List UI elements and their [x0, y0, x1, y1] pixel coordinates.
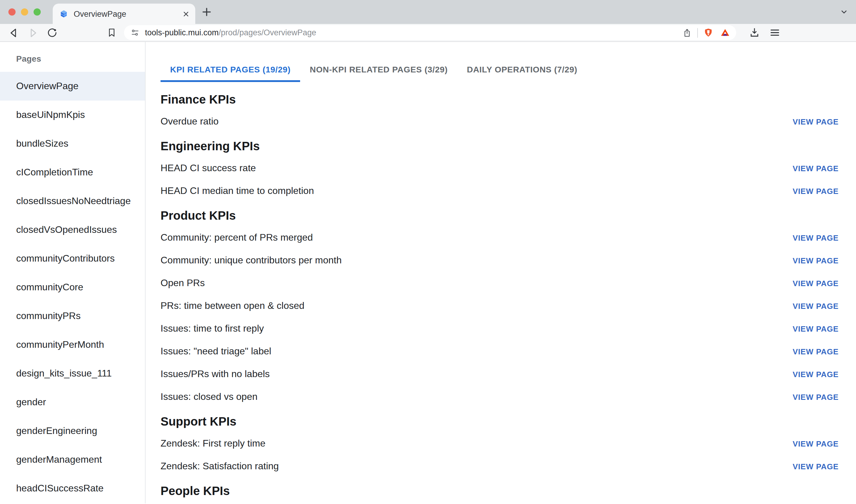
kpi-label: Community: percent of PRs merged	[160, 232, 313, 243]
section-title: Finance KPIs	[160, 89, 839, 110]
section-support-kpis: Support KPIsZendesk: First reply timeVIE…	[160, 411, 839, 478]
kpi-label: Issues: time to first reply	[160, 323, 264, 334]
sidebar-item-genderengineering[interactable]: genderEngineering	[0, 417, 145, 445]
view-page-button[interactable]: VIEW PAGE	[792, 368, 839, 380]
kpi-row: Community: unique contributors per month…	[160, 249, 839, 272]
kpi-row: PRs: time between open & closedVIEW PAGE	[160, 294, 839, 317]
kpi-row: Overdue ratioVIEW PAGE	[160, 110, 839, 133]
sidebar-item-communityprs[interactable]: communityPRs	[0, 302, 145, 330]
view-page-button[interactable]: VIEW PAGE	[792, 300, 839, 311]
forward-button-icon[interactable]	[25, 25, 41, 40]
kpi-sections: Finance KPIsOverdue ratioVIEW PAGEEngine…	[160, 89, 839, 502]
kpi-label: Issues/PRs with no labels	[160, 369, 270, 379]
page-content: Pages OverviewPagebaseUiNpmKpisbundleSiz…	[0, 42, 856, 503]
tab-non-kpi-related-pages-3-29[interactable]: NON-KPI RELATED PAGES (3/29)	[300, 56, 457, 82]
view-page-button[interactable]: VIEW PAGE	[792, 185, 839, 197]
toolbar-divider	[697, 28, 698, 37]
kpi-label: Overdue ratio	[160, 116, 219, 127]
browser-window: OverviewPage	[0, 0, 856, 504]
view-page-button[interactable]: VIEW PAGE	[792, 116, 839, 127]
kpi-row: Issues: time to first replyVIEW PAGE	[160, 317, 839, 340]
section-engineering-kpis: Engineering KPIsHEAD CI success rateVIEW…	[160, 135, 839, 202]
view-page-button[interactable]: VIEW PAGE	[792, 255, 839, 266]
sidebar-list: OverviewPagebaseUiNpmKpisbundleSizescICo…	[0, 72, 145, 503]
kpi-label: Community: unique contributors per month	[160, 255, 342, 266]
view-page-button[interactable]: VIEW PAGE	[792, 232, 839, 243]
sidebar-header: Pages	[16, 53, 145, 65]
kpi-row: Zendesk: Satisfaction ratingVIEW PAGE	[160, 455, 839, 478]
pages-sidebar: Pages OverviewPagebaseUiNpmKpisbundleSiz…	[0, 42, 145, 503]
kpi-row: HEAD CI success rateVIEW PAGE	[160, 157, 839, 180]
kpi-label: Issues: closed vs open	[160, 392, 258, 402]
sidebar-item-closedvsopenedissues[interactable]: closedVsOpenedIssues	[0, 215, 145, 244]
window-minimize-button[interactable]	[21, 8, 28, 16]
section-people-kpis: People KPIs	[160, 480, 839, 502]
tab-search-chevron-icon[interactable]	[840, 8, 848, 16]
sidebar-item-baseuinpmkpis[interactable]: baseUiNpmKpis	[0, 101, 145, 129]
kpi-row: Issues: closed vs openVIEW PAGE	[160, 385, 839, 408]
brave-shield-icon[interactable]	[703, 28, 713, 38]
kpi-label: HEAD CI success rate	[160, 163, 256, 174]
view-page-button[interactable]: VIEW PAGE	[792, 163, 839, 174]
kpi-label: HEAD CI median time to completion	[160, 185, 314, 196]
sidebar-item-communitycontributors[interactable]: communityContributors	[0, 244, 145, 273]
sidebar-item-design-kits-issue-111[interactable]: design_kits_issue_111	[0, 359, 145, 388]
sidebar-item-overviewpage[interactable]: OverviewPage	[0, 72, 145, 101]
back-button-icon[interactable]	[6, 25, 21, 40]
section-title: Product KPIs	[160, 205, 839, 226]
kpi-row: Community: percent of PRs mergedVIEW PAG…	[160, 226, 839, 249]
section-finance-kpis: Finance KPIsOverdue ratioVIEW PAGE	[160, 89, 839, 133]
view-page-button[interactable]: VIEW PAGE	[792, 391, 839, 402]
tab-title: OverviewPage	[74, 9, 183, 18]
kpi-label: Zendesk: Satisfaction rating	[160, 461, 279, 472]
sidebar-item-communitycore[interactable]: communityCore	[0, 273, 145, 302]
view-page-button[interactable]: VIEW PAGE	[792, 346, 839, 357]
kpi-row: Zendesk: First reply timeVIEW PAGE	[160, 432, 839, 455]
sidebar-item-gendermanagement[interactable]: genderManagement	[0, 445, 145, 474]
kpi-label: Issues: "need triage" label	[160, 346, 272, 357]
url-text[interactable]: tools-public.mui.com/prod/pages/Overview…	[145, 28, 316, 37]
tab-daily-operations-7-29[interactable]: DAILY OPERATIONS (7/29)	[457, 56, 587, 82]
window-close-button[interactable]	[8, 8, 16, 16]
kpi-row: HEAD CI median time to completionVIEW PA…	[160, 180, 839, 202]
browser-tab-strip: OverviewPage	[0, 0, 856, 24]
window-zoom-button[interactable]	[34, 8, 41, 16]
section-title: Support KPIs	[160, 411, 839, 432]
kpi-row: Open PRsVIEW PAGE	[160, 272, 839, 294]
view-page-button[interactable]: VIEW PAGE	[792, 323, 839, 334]
bookmark-icon[interactable]	[104, 25, 119, 40]
section-product-kpis: Product KPIsCommunity: percent of PRs me…	[160, 205, 839, 408]
window-controls	[8, 8, 41, 16]
view-page-button[interactable]: VIEW PAGE	[792, 461, 839, 472]
sidebar-item-headcisuccessrate[interactable]: headCISuccessRate	[0, 474, 145, 503]
url-bar[interactable]: tools-public.mui.com/prod/pages/Overview…	[124, 25, 736, 40]
menu-hamburger-icon[interactable]	[767, 25, 782, 40]
bat-rewards-icon[interactable]	[720, 28, 730, 38]
sidebar-item-cicompletiontime[interactable]: cICompletionTime	[0, 158, 145, 187]
sidebar-item-closedissuesnoneedtriage[interactable]: closedIssuesNoNeedtriage	[0, 187, 145, 215]
sidebar-item-communitypermonth[interactable]: communityPerMonth	[0, 330, 145, 359]
browser-toolbar: tools-public.mui.com/prod/pages/Overview…	[0, 24, 856, 42]
kpi-label: PRs: time between open & closed	[160, 301, 304, 311]
site-favicon-icon	[59, 9, 69, 19]
tab-kpi-related-pages-19-29[interactable]: KPI RELATED PAGES (19/29)	[160, 56, 300, 82]
site-settings-icon[interactable]	[130, 28, 140, 37]
section-title: People KPIs	[160, 480, 839, 502]
share-icon[interactable]	[682, 28, 692, 37]
section-title: Engineering KPIs	[160, 135, 839, 157]
kpi-tabs: KPI RELATED PAGES (19/29)NON-KPI RELATED…	[160, 56, 839, 82]
view-page-button[interactable]: VIEW PAGE	[792, 438, 839, 449]
main-panel: KPI RELATED PAGES (19/29)NON-KPI RELATED…	[145, 42, 856, 503]
sidebar-item-gender[interactable]: gender	[0, 388, 145, 417]
tab-close-icon[interactable]	[183, 11, 189, 17]
new-tab-button[interactable]	[201, 6, 212, 17]
kpi-label: Open PRs	[160, 278, 205, 289]
kpi-row: Issues: "need triage" labelVIEW PAGE	[160, 340, 839, 363]
kpi-row: Issues/PRs with no labelsVIEW PAGE	[160, 363, 839, 385]
view-page-button[interactable]: VIEW PAGE	[792, 277, 839, 289]
kpi-label: Zendesk: First reply time	[160, 438, 265, 449]
browser-tab[interactable]: OverviewPage	[53, 4, 195, 24]
reload-button-icon[interactable]	[44, 25, 60, 40]
download-icon[interactable]	[746, 25, 762, 40]
sidebar-item-bundlesizes[interactable]: bundleSizes	[0, 129, 145, 158]
